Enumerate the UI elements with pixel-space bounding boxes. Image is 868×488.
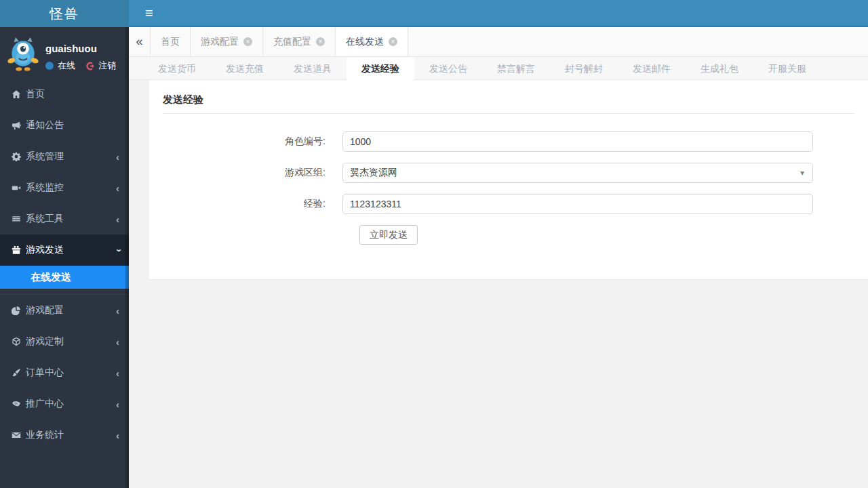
sidebar-item-home[interactable]: 首页: [0, 79, 129, 110]
game-zone-selected-value: 翼杰资源网: [350, 167, 397, 179]
role-id-input[interactable]: [342, 131, 813, 152]
game-zone-select[interactable]: 翼杰资源网 ▾: [342, 163, 813, 183]
page-tab-label: 在线发送: [346, 36, 384, 48]
navbar-bar: ≡: [129, 0, 868, 27]
sidebar-item-label: 通知公告: [26, 119, 64, 131]
tab-send-currency[interactable]: 发送货币: [143, 57, 211, 80]
sidebar-item-label: 系统监控: [26, 182, 64, 194]
tab-send-item[interactable]: 发送道具: [279, 57, 347, 80]
sidebar-item-game-config[interactable]: 游戏配置 ‹: [0, 295, 129, 326]
chevron-left-icon: ‹: [116, 336, 119, 348]
send-now-button[interactable]: 立即发送: [359, 225, 418, 245]
sidebar-menu: 首页 通知公告 系统管理 ‹ 系统监控 ‹ 系统工具 ‹ 游戏发送 ‹ 在线发送: [0, 79, 129, 451]
sidebar-item-system-tools[interactable]: 系统工具 ‹: [0, 203, 129, 235]
sidebar-submenu: 在线发送: [0, 266, 129, 295]
sidebar-item-label: 系统工具: [26, 213, 64, 225]
sidebar-item-game-custom[interactable]: 游戏定制 ‹: [0, 326, 129, 357]
cube-icon: [12, 337, 21, 346]
sidebar-toggle-icon[interactable]: ≡: [145, 6, 153, 20]
tab-ban-unban[interactable]: 封号解封: [550, 57, 618, 80]
main-content: « 首页 游戏配置 × 充值配置 × 在线发送 × 发送货币 发送充值 发送道具…: [129, 27, 868, 488]
sidebar-item-label: 首页: [26, 88, 45, 100]
send-exp-panel: 发送经验 角色编号: 游戏区组: 翼杰资源网 ▾ 经验: 立即发送: [149, 80, 868, 280]
exp-label: 经验:: [163, 198, 342, 210]
page-tab-recharge-config[interactable]: 充值配置 ×: [263, 27, 336, 56]
sidebar-item-label: 游戏配置: [26, 304, 64, 317]
top-navbar: 怪兽 ≡: [0, 0, 868, 27]
sidebar-subitem-online-send[interactable]: 在线发送: [0, 266, 129, 289]
game-zone-label: 游戏区组:: [163, 167, 342, 179]
sidebar-item-system-admin[interactable]: 系统管理 ‹: [0, 141, 129, 172]
bullhorn-icon: [12, 121, 21, 130]
send-exp-form: 角色编号: 游戏区组: 翼杰资源网 ▾ 经验: 立即发送: [163, 131, 854, 245]
page-tab-label: 充值配置: [273, 36, 311, 48]
tab-generate-gift[interactable]: 生成礼包: [686, 57, 753, 80]
sidebar-item-system-monitor[interactable]: 系统监控 ‹: [0, 172, 129, 203]
online-status-label: 在线: [58, 60, 75, 72]
chevron-left-icon: ‹: [116, 367, 119, 379]
sidebar-item-label: 业务统计: [26, 429, 64, 441]
sidebar-item-label: 游戏定制: [26, 336, 64, 348]
home-icon: [12, 89, 21, 99]
sidebar: guaishuou 在线 注销 首页 通知公告: [0, 27, 129, 488]
chevron-left-icon: ‹: [116, 430, 119, 441]
role-id-label: 角色编号:: [163, 136, 342, 148]
brush-icon: [12, 368, 21, 378]
exp-input[interactable]: [342, 194, 813, 214]
close-icon[interactable]: ×: [389, 37, 397, 46]
chevron-left-icon: ‹: [116, 182, 119, 194]
tab-send-recharge[interactable]: 发送充值: [211, 57, 279, 80]
sidebar-item-label: 推广中心: [26, 398, 64, 410]
avatar: [7, 36, 39, 71]
online-status-icon: [45, 62, 54, 70]
list-icon: [12, 214, 21, 224]
page-tab-online-send[interactable]: 在线发送 ×: [336, 27, 408, 56]
video-camera-icon: [12, 183, 21, 192]
envelope-icon: [12, 430, 21, 440]
page-tab-label: 首页: [161, 36, 180, 48]
page-tabs-bar: « 首页 游戏配置 × 充值配置 × 在线发送 ×: [129, 27, 868, 57]
gift-icon: [12, 245, 21, 255]
sidebar-item-label: 订单中心: [26, 367, 64, 379]
sidebar-item-label: 游戏发送: [26, 244, 64, 256]
gear-icon: [12, 152, 21, 161]
sidebar-item-label: 系统管理: [26, 150, 64, 163]
page-tab-home[interactable]: 首页: [151, 27, 191, 56]
handshake-icon: [12, 399, 21, 409]
tab-send-notice[interactable]: 发送公告: [414, 57, 482, 80]
sign-out-icon: [86, 62, 95, 70]
close-icon[interactable]: ×: [243, 37, 252, 46]
app-logo: 怪兽: [0, 0, 129, 27]
chevron-left-icon: ‹: [116, 399, 119, 410]
logout-label: 注销: [98, 60, 116, 72]
dashboard-icon: [12, 306, 21, 315]
sidebar-item-game-send[interactable]: 游戏发送 ‹: [0, 235, 129, 266]
chevron-left-icon: ‹: [116, 151, 119, 163]
panel-title: 发送经验: [163, 94, 854, 106]
tab-send-exp[interactable]: 发送经验: [347, 57, 414, 80]
caret-down-icon: ▾: [800, 168, 804, 178]
username: guaishuou: [45, 43, 116, 54]
tab-open-close-server[interactable]: 开服关服: [753, 57, 821, 80]
user-info: guaishuou 在线 注销: [45, 36, 116, 79]
chevron-left-icon: ‹: [116, 214, 119, 225]
tab-send-mail[interactable]: 发送邮件: [618, 57, 686, 80]
divider: [163, 113, 854, 114]
logout-button[interactable]: 注销: [86, 60, 116, 72]
function-tabs-bar: 发送货币 发送充值 发送道具 发送经验 发送公告 禁言解言 封号解封 发送邮件 …: [129, 57, 868, 80]
tab-mute-unmute[interactable]: 禁言解言: [482, 57, 550, 80]
sidebar-item-promotion-center[interactable]: 推广中心 ‹: [0, 388, 129, 420]
chevron-left-icon: ‹: [116, 305, 119, 317]
page-tab-label: 游戏配置: [201, 36, 239, 48]
page-tab-game-config[interactable]: 游戏配置 ×: [191, 27, 263, 56]
sidebar-item-business-stats[interactable]: 业务统计 ‹: [0, 420, 129, 451]
user-panel: guaishuou 在线 注销: [0, 27, 129, 79]
chevron-down-icon: ‹: [112, 249, 123, 252]
tabs-collapse-button[interactable]: «: [129, 27, 151, 56]
sidebar-item-notice[interactable]: 通知公告: [0, 110, 129, 141]
sidebar-item-order-center[interactable]: 订单中心 ‹: [0, 357, 129, 388]
close-icon[interactable]: ×: [316, 37, 325, 46]
